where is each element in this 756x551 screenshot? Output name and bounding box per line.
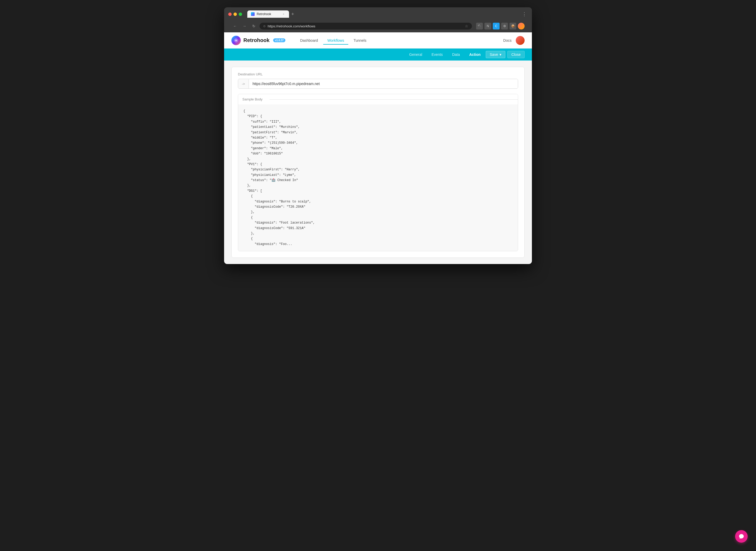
nav-tunnels[interactable]: Tunnels — [349, 36, 370, 45]
extension-5[interactable]: 📦 — [510, 23, 516, 29]
sample-body-header: Sample Body — [238, 94, 518, 104]
new-tab-button[interactable]: + — [289, 10, 296, 18]
content-card: Destination URL -> Sample Body { "PID": … — [231, 67, 525, 258]
destination-url-label: Destination URL — [238, 72, 518, 76]
browser-window: Retrohook × + ⋮ ← → ↻ ⊙ https://retrohoo… — [224, 7, 532, 264]
app-header: Retrohook v1.6.37 Dashboard Workflows Tu… — [224, 32, 532, 48]
app-nav: Dashboard Workflows Tunnels — [296, 36, 503, 45]
url-text: https://retrohook.com/workflows — [268, 24, 463, 28]
forward-button[interactable]: → — [241, 22, 248, 30]
bookmark-icon[interactable]: ☆ — [465, 24, 468, 28]
sample-body-label: Sample Body — [242, 97, 262, 101]
header-right: Docs — [503, 36, 525, 45]
title-bar: Retrohook × + ⋮ ← → ↻ ⊙ https://retrohoo… — [224, 7, 532, 32]
browser-menu-button[interactable]: ⋮ — [521, 11, 528, 17]
browser-extensions: 🔌 N C ⚙ 📦 — [476, 23, 525, 29]
tab-general[interactable]: General — [405, 51, 427, 58]
address-bar[interactable]: ⊙ https://retrohook.com/workflows ☆ — [259, 23, 472, 29]
extension-3[interactable]: C — [493, 23, 500, 29]
user-avatar[interactable] — [516, 36, 525, 45]
version-badge: v1.6.37 — [273, 38, 285, 42]
url-arrow: -> — [238, 79, 249, 88]
nav-dashboard[interactable]: Dashboard — [296, 36, 322, 45]
refresh-button[interactable]: ↻ — [250, 22, 257, 30]
back-button[interactable]: ← — [231, 22, 239, 30]
tab-title: Retrohook — [257, 12, 271, 16]
tab-data[interactable]: Data — [448, 51, 464, 58]
close-window-button[interactable] — [228, 13, 232, 16]
code-block[interactable]: { "PID": { "suffix": "III", "patientLast… — [238, 104, 518, 251]
extension-2[interactable]: N — [485, 23, 491, 29]
logo-text: Retrohook — [243, 37, 269, 43]
traffic-lights — [228, 13, 242, 16]
app-content: Retrohook v1.6.37 Dashboard Workflows Tu… — [224, 32, 532, 264]
tab-favicon — [251, 12, 254, 16]
tab-close-button[interactable]: × — [282, 12, 285, 16]
browser-nav: ← → ↻ ⊙ https://retrohook.com/workflows … — [228, 20, 528, 32]
minimize-window-button[interactable] — [233, 13, 237, 16]
active-tab[interactable]: Retrohook × — [247, 10, 289, 18]
nav-workflows[interactable]: Workflows — [323, 36, 348, 45]
close-button[interactable]: Close — [508, 51, 525, 58]
main-content: Destination URL -> Sample Body { "PID": … — [224, 60, 532, 264]
extension-1[interactable]: 🔌 — [476, 23, 483, 29]
url-input-row: -> — [238, 79, 518, 89]
user-extension-avatar[interactable] — [518, 23, 525, 29]
maximize-window-button[interactable] — [239, 13, 242, 16]
title-bar-top: Retrohook × + ⋮ — [228, 10, 528, 18]
extension-4[interactable]: ⚙ — [501, 23, 508, 29]
docs-link[interactable]: Docs — [503, 38, 512, 42]
logo-icon — [231, 36, 241, 45]
save-button[interactable]: Save ▾ — [486, 51, 505, 58]
lock-icon: ⊙ — [263, 25, 265, 28]
action-bar: General Events Data Action Save ▾ Close — [224, 48, 532, 60]
app-logo: Retrohook v1.6.37 — [231, 36, 285, 45]
tab-events[interactable]: Events — [427, 51, 447, 58]
tab-bar: Retrohook × + — [247, 10, 518, 18]
sample-body-section: Sample Body { "PID": { "suffix": "III", … — [238, 94, 518, 251]
tab-action[interactable]: Action — [465, 51, 485, 58]
chat-bubble-button[interactable] — [735, 530, 748, 543]
destination-url-input[interactable] — [249, 79, 518, 88]
